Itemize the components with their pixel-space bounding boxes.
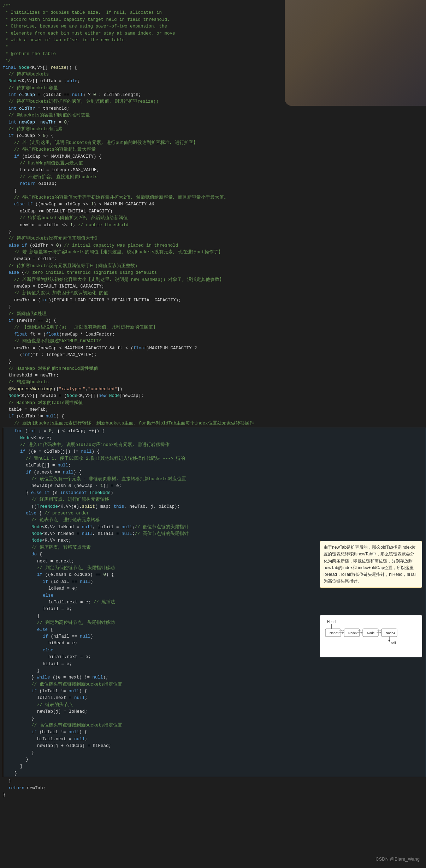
code-container: /** * Initializes or doubles table size.… (0, 0, 426, 801)
code-line: Node<K,V>[] oldTab = table; (3, 78, 426, 85)
code-line: if (oldCap > 0) { (3, 133, 426, 139)
tooltip-text: 由于newTab是扩容后的，那么oldTab指定index位置的链表想转移到ne… (324, 545, 416, 584)
code-line: // 待扩容buckets没有元素且阈值等于0 (阈值应该为正整数) (3, 263, 426, 270)
code-line: newCap = DEFAULT_INITIAL_CAPACITY; (3, 283, 426, 290)
code-line: } (3, 763, 426, 770)
code-line: // HashMap 对象的table属性赋值 (3, 400, 426, 406)
code-line: // 若新容量为默认初始化容量大小【走到这里, 说明是 new HashMap(… (3, 277, 426, 283)
code-line: newTab[j + oldCap] = hiHead; (3, 743, 426, 749)
tail-arrow-head (388, 640, 390, 642)
code-line: // 新buckets的容量和阈值的临时变量 (3, 112, 426, 119)
code-line: int newCap, newThr = 0; (3, 119, 426, 126)
code-line: newTab[e.hash & (newCap - 1)] = e; (3, 483, 426, 489)
chain-diagram: Head Node1 next Node2 next (320, 615, 422, 657)
code-line: // 进入if代码块中, 说明oldTab对应index处有元素, 需进行转移操… (3, 442, 426, 448)
node4-label: Node4 (386, 631, 395, 635)
code-line: loTail.next = null; (3, 695, 426, 701)
code-line: } (3, 750, 426, 757)
code-line: // 阈值也是不能超过MAXIMUM_CAPACITY (3, 338, 426, 345)
code-line: threshold = Integer.MAX_VALUE; (3, 167, 426, 174)
code-line: if (oldTab != null) { (3, 413, 426, 420)
code-line: } (3, 188, 426, 194)
code-line: return newTab; (3, 785, 426, 792)
code-line: // 低位链头节点链接到新buckets指定位置 (3, 681, 426, 688)
node1-label: Node1 (330, 631, 339, 635)
code-line: */ (3, 58, 426, 64)
highlight-block: for (int j = 0; j < oldCap; ++j) { Node<… (3, 428, 426, 777)
code-line: hiTail.next = null; (3, 736, 426, 743)
code-line: newCap = oldThr; (3, 256, 426, 263)
code-line: @SuppressWarnings({"rawtypes","unchecked… (3, 386, 426, 393)
code-line: * accord with initial capacity target he… (3, 17, 426, 23)
code-line: // 链表节点. 进行链表元素转移 (3, 517, 426, 524)
code-line: * Initializes or doubles table size. If … (3, 10, 426, 16)
chain-svg: Head Node1 next Node2 next (324, 619, 419, 651)
code-line: final Node<K,V>[] resize() { (3, 65, 426, 71)
code-line: } (3, 770, 426, 777)
code-line: if ((e = oldTab[j]) != null) { (3, 448, 426, 455)
code-line: newThr = (newCap < MAXIMUM_CAPACITY && f… (3, 345, 426, 352)
code-line: if (e.next == null) { (3, 469, 426, 476)
code-line: oldCap >= DEFAULT_INITIAL_CAPACITY) (3, 208, 426, 215)
code-line: * @return the table (3, 51, 426, 58)
code-line: // 待扩容buckets的容量超过最大容量 (3, 146, 426, 153)
code-line: // 遍历旧buckets里面元素进行转移, 到新buckets里面. for循… (3, 420, 426, 427)
head-label: Head (327, 620, 336, 624)
code-line: ((TreeNode<K,V>)e).split( map: this, new… (3, 504, 426, 510)
code-line: // 新阈值为0处理 (3, 311, 426, 318)
code-line: oldTab[j] = null; (3, 462, 426, 469)
code-line: } (3, 304, 426, 311)
code-line: } (3, 792, 426, 798)
code-line: if (oldCap >= MAXIMUM_CAPACITY) { (3, 153, 426, 160)
code-line: // HashMap阈值设置为最大值 (3, 160, 426, 167)
code-line: else { // zero initial threshold signifi… (3, 270, 426, 276)
code-line: // 待扩容buckets (3, 71, 426, 78)
code-line: } (3, 757, 426, 763)
code-line: else if (oldThr > 0) // initial capacity… (3, 242, 426, 249)
code-line: else if ((newCap = oldCap << 1) < MAXIMU… (3, 201, 426, 208)
code-line: // 若【走到这里, 说明旧buckets有元素, 进行put值的时候达到扩容标… (3, 140, 426, 146)
code-line: * with a power of two offset in the new … (3, 37, 426, 44)
code-line: // 红黑树节点, 进行红黑树元素转移 (3, 496, 426, 503)
node3-label: Node3 (367, 631, 377, 635)
tail-label: tail (391, 641, 396, 645)
code-line: hiTail = e; (3, 661, 426, 668)
code-line: float ft = (float)newCap * loadFactor; (3, 331, 426, 338)
code-line: if (loTail != null) { (3, 688, 426, 695)
code-line: } (3, 716, 426, 722)
code-line: else (3, 592, 426, 599)
code-line: // 高位链头节点链接到新buckets指定位置 (3, 722, 426, 729)
code-line: /** (3, 3, 426, 10)
code-line: Node<K,V> hiHead = null, hiTail = null;/… (3, 531, 426, 537)
code-line: (int)ft : Integer.MAX_VALUE); (3, 352, 426, 358)
code-line: // 待扩容buckets阈值扩大2倍, 然后赋值给新阈值 (3, 215, 426, 222)
code-line: // 构建新buckets (3, 379, 426, 386)
watermark: CSDN @Blare_Wang (375, 856, 420, 862)
code-line: return oldTab; (3, 181, 426, 187)
code-line: // 待扩容buckets容量 (3, 85, 426, 92)
code-line: threshold = newThr; (3, 372, 426, 379)
code-line: for (int j = 0; j < oldCap; ++j) { (3, 428, 426, 435)
code-line: int oldCap = (oldTab == null) ? 0 : oldT… (3, 92, 426, 98)
code-line: Node<K,V>[] newTab = (Node<K,V>[])new No… (3, 393, 426, 399)
code-line: newThr = (int)(DEFAULT_LOAD_FACTOR * DEF… (3, 297, 426, 304)
code-line: // 待扩容buckets有元素 (3, 126, 426, 133)
code-line: loTail.next = e; // 尾插法 (3, 599, 426, 606)
code-line: if (newThr == 0) { (3, 318, 426, 324)
code-line: } (3, 229, 426, 235)
code-line: // 待扩容buckets没有元素但其阈值大于0 (3, 235, 426, 242)
code-line: } while ((e = next) != null); (3, 674, 426, 681)
code-line: newThr = oldThr << 1; // double threshol… (3, 222, 426, 229)
code-line: Node<K,V> loHead = null, loTail = null;/… (3, 524, 426, 531)
code-line: else { // preserve order (3, 510, 426, 517)
code-line: // 新阈值为默认 加载因子*默认初始化 的值 (3, 290, 426, 297)
code-line: } else if (e instanceof TreeNode) (3, 490, 426, 496)
code-line: // 若 新容量等于待扩容buckets的阈值【走到这里, 说明buckets没… (3, 249, 426, 256)
code-line: // 链表的头节点 (3, 702, 426, 709)
code-line: // 该位置仅有一个元素 - 非链表页非树, 直接转移到新buckets对应位置 (3, 476, 426, 483)
code-line: // HashMap 对象的值threshold属性赋值 (3, 366, 426, 372)
code-line: loTail = e; (3, 606, 426, 613)
code-line: if (hiTail != null) { (3, 729, 426, 736)
code-line: int oldThr = threshold; (3, 106, 426, 112)
code-line: // 【走到这里说明了(a）. 所以没有新阈值, 此时进行新阈值赋值】 (3, 324, 426, 331)
